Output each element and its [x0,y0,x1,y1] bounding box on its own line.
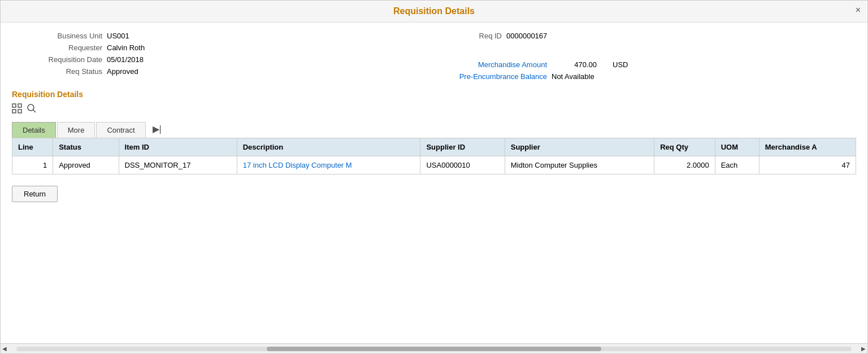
requester-label: Requester [12,43,102,52]
merchandise-amount-currency: USD [613,60,628,69]
cell-item-id: DSS_MONITOR_17 [119,156,237,174]
modal-body: Business Unit US001 Requester Calvin Rot… [1,23,867,211]
business-unit-value: US001 [107,32,129,40]
svg-rect-2 [12,110,16,113]
tabs-container: Details More Contract ▶| [12,120,856,138]
scrollbar-thumb[interactable] [267,347,601,351]
search-icon[interactable] [27,103,37,116]
col-header-supplier-id: Supplier ID [420,138,505,156]
req-date-value: 05/01/2018 [107,55,144,64]
merchandise-amount-value: 470.00 [552,60,597,69]
requisition-table: Line Status Item ID Description Supplier… [12,138,856,174]
tab-more[interactable]: More [57,122,96,138]
req-status-value: Approved [107,67,138,76]
grid-icon[interactable] [12,103,22,116]
col-header-status: Status [53,138,119,156]
svg-rect-1 [18,104,21,107]
svg-line-5 [33,110,36,113]
requisition-table-container: Line Status Item ID Description Supplier… [12,138,856,174]
modal-title: Requisition Details [393,6,475,16]
pre-encumbrance-value: Not Available [552,72,594,81]
cell-uom: Each [715,156,759,174]
col-header-supplier: Supplier [505,138,654,156]
col-header-item-id: Item ID [119,138,237,156]
cell-req-qty: 2.0000 [654,156,715,174]
table-toolbar [12,103,856,116]
horizontal-scrollbar[interactable]: ◀ ▶ [1,343,867,353]
req-id-label: Req ID [434,32,502,40]
business-unit-label: Business Unit [12,32,102,40]
col-header-description: Description [237,138,420,156]
return-button[interactable]: Return [12,186,58,202]
req-id-value: 0000000167 [506,32,547,40]
req-status-label: Req Status [12,67,102,76]
requester-value: Calvin Roth [107,43,145,52]
tab-details[interactable]: Details [12,122,56,138]
col-header-req-qty: Req Qty [654,138,715,156]
business-unit-row: Business Unit US001 [12,32,434,40]
tab-expand-button[interactable]: ▶| [147,120,167,138]
cell-supplier: Midton Computer Supplies [505,156,654,174]
table-row: 1 Approved DSS_MONITOR_17 17 inch LCD Di… [12,156,856,174]
scrollbar-track [16,347,852,351]
col-header-merchandise-a: Merchandise A [759,138,856,156]
svg-rect-3 [18,110,21,113]
close-button[interactable]: × [856,5,861,15]
cell-merchandise-amount: 47 [759,156,856,174]
req-date-row: Requisition Date 05/01/2018 [12,55,434,64]
col-header-uom: UOM [715,138,759,156]
requester-row: Requester Calvin Roth [12,43,434,52]
scroll-left-arrow[interactable]: ◀ [1,346,8,352]
cell-status: Approved [53,156,119,174]
tab-contract[interactable]: Contract [96,122,145,138]
table-header-row: Line Status Item ID Description Supplier… [12,138,856,156]
cell-supplier-id: USA0000010 [420,156,505,174]
description-link[interactable]: 17 inch LCD Display Computer M [243,161,352,169]
req-date-label: Requisition Date [12,55,102,64]
modal-header: Requisition Details × [1,1,867,23]
section-title: Requisition Details [12,90,856,99]
merchandise-amount-row: Merchandise Amount 470.00 USD [434,60,856,69]
left-info-col: Business Unit US001 Requester Calvin Rot… [12,32,434,81]
req-id-row: Req ID 0000000167 [434,32,856,40]
merchandise-amount-label: Merchandise Amount [434,60,547,69]
right-info-col: Req ID 0000000167 Merchandise Amount 470… [434,32,856,81]
cell-description[interactable]: 17 inch LCD Display Computer M [237,156,420,174]
scroll-right-arrow[interactable]: ▶ [860,346,867,352]
req-status-row: Req Status Approved [12,67,434,76]
cell-line: 1 [12,156,53,174]
pre-encumbrance-label: Pre-Encumbrance Balance [434,72,547,81]
col-header-line: Line [12,138,53,156]
svg-point-4 [28,104,34,111]
requisition-details-modal: Requisition Details × Business Unit US00… [0,0,868,354]
svg-rect-0 [12,104,16,107]
pre-encumbrance-row: Pre-Encumbrance Balance Not Available [434,72,856,81]
info-section: Business Unit US001 Requester Calvin Rot… [12,32,856,81]
